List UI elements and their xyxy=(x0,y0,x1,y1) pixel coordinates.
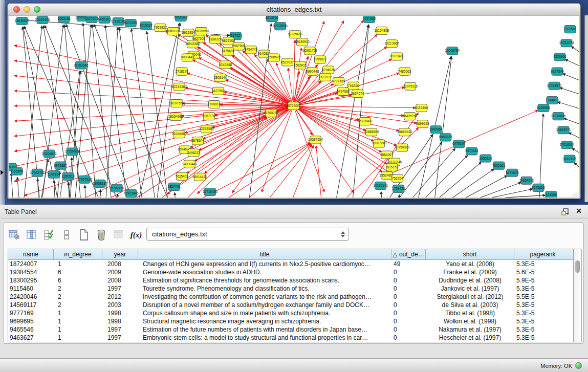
column-header-title[interactable]: title xyxy=(138,249,391,259)
graph-node[interactable]: 20691406 xyxy=(35,16,50,24)
graph-node[interactable]: 14136141 xyxy=(373,182,388,189)
select-rows-icon[interactable] xyxy=(59,228,74,242)
graph-node[interactable]: 9242848 xyxy=(219,61,232,69)
graph-node[interactable]: 2087682 xyxy=(363,16,376,23)
graph-node[interactable]: 1145194 xyxy=(48,170,60,178)
graph-node[interactable]: 12213363 xyxy=(172,83,187,91)
graph-node[interactable]: 9857791 xyxy=(168,183,181,190)
graph-node[interactable]: 8427552 xyxy=(212,87,225,95)
graph-node[interactable]: 18107554 xyxy=(169,99,184,107)
graph-node[interactable]: 8878344 xyxy=(191,137,205,145)
graph-node[interactable]: 9474444 xyxy=(465,147,478,155)
network-canvas[interactable]: 1403557220691406206315510653287152760264… xyxy=(9,16,579,198)
graph-node[interactable]: 8522037 xyxy=(281,58,294,66)
graph-node[interactable]: 7625402 xyxy=(176,172,189,180)
graph-node[interactable]: 9227349 xyxy=(551,68,564,75)
graph-node[interactable]: 1527602 xyxy=(85,16,98,23)
table-row[interactable]: 1830029562008Estimation of significance … xyxy=(8,276,573,285)
graph-node[interactable]: 3475685 xyxy=(222,48,235,55)
table-row[interactable]: 911546021997Tourette syndrome. Phenomeno… xyxy=(8,285,573,293)
graph-node[interactable]: 1615152 xyxy=(385,163,399,171)
column-header-name[interactable]: name xyxy=(8,249,54,259)
graph-node[interactable]: 6497568 xyxy=(337,87,350,95)
graph-node[interactable]: 8990448 xyxy=(306,68,319,75)
graph-node[interactable]: 12325419 xyxy=(288,31,302,38)
graph-node[interactable]: 7615527 xyxy=(140,22,153,30)
column-header-short[interactable]: short xyxy=(426,249,514,259)
graph-node[interactable]: 13958187 xyxy=(93,180,107,187)
graph-node[interactable]: 19384554 xyxy=(308,136,323,144)
graph-node[interactable]: 2063155 xyxy=(57,16,71,23)
graph-node[interactable]: 2588520 xyxy=(268,54,281,61)
graph-node[interactable]: 20153346 xyxy=(74,61,89,69)
graph-node[interactable]: 9884067 xyxy=(380,151,394,159)
graph-node[interactable]: 10688609 xyxy=(364,128,379,136)
panel-expand-arrow-icon[interactable] xyxy=(1,170,4,175)
zoom-window-icon[interactable] xyxy=(34,6,40,13)
graph-node[interactable]: 1640954 xyxy=(429,126,443,134)
graph-node[interactable]: 17957223 xyxy=(77,176,92,183)
select-all-icon[interactable] xyxy=(42,228,56,242)
graph-node[interactable]: 18640910 xyxy=(295,38,310,46)
graph-node[interactable]: 15692071 xyxy=(556,126,571,134)
graph-node[interactable]: 1562615 xyxy=(294,61,307,69)
graph-node[interactable]: 9975887 xyxy=(54,162,67,169)
graph-node[interactable]: 9329966 xyxy=(553,53,567,61)
graph-node[interactable]: 12213967 xyxy=(384,40,399,48)
graph-node[interactable]: 9671355 xyxy=(124,19,138,27)
float-panel-icon[interactable] xyxy=(561,208,570,216)
graph-node[interactable]: 8860128 xyxy=(167,28,180,35)
graph-node[interactable]: 1621072 xyxy=(319,73,332,81)
table-row[interactable]: 946554611997Estimation of the future num… xyxy=(8,325,573,334)
graph-node[interactable]: 16543382 xyxy=(185,40,200,48)
graph-node[interactable]: 8186328 xyxy=(209,36,222,43)
minimize-window-icon[interactable] xyxy=(24,6,30,13)
create-table-icon[interactable] xyxy=(77,228,91,242)
show-columns-icon[interactable] xyxy=(25,228,39,242)
memory-status[interactable]: Memory: OK xyxy=(540,359,582,372)
graph-node[interactable]: 1156869 xyxy=(11,167,24,175)
graph-node[interactable]: 9699695 xyxy=(416,120,429,128)
table-row[interactable]: 977716911998Corpus callosum shape and si… xyxy=(8,309,573,317)
graph-node[interactable]: 12923446 xyxy=(124,189,139,197)
column-header-year[interactable]: year xyxy=(102,249,138,259)
graph-node[interactable]: 746266 xyxy=(348,82,359,90)
graph-node[interactable]: 8215958 xyxy=(537,104,550,112)
graph-node[interactable]: 18495758 xyxy=(402,113,417,120)
graph-node[interactable]: 752254 xyxy=(392,174,403,182)
graph-node[interactable]: 19654923 xyxy=(397,128,412,136)
graph-node[interactable]: 8267130 xyxy=(203,113,216,120)
graph-node[interactable]: 28226058 xyxy=(194,28,209,35)
graph-node[interactable]: 7955812 xyxy=(314,56,327,63)
graph-node[interactable]: 17359924 xyxy=(65,148,80,156)
graph-node[interactable]: 8813054 xyxy=(266,16,279,22)
graph-node[interactable]: 16210645 xyxy=(551,113,565,120)
graph-node[interactable]: 6794028 xyxy=(322,66,335,74)
graph-node[interactable]: 19654982 xyxy=(168,113,183,121)
graph-node[interactable]: 8471676 xyxy=(506,169,519,177)
resize-grip[interactable] xyxy=(572,190,579,197)
graph-node[interactable]: 1753426 xyxy=(392,185,405,192)
graph-node[interactable]: 2803144 xyxy=(214,74,227,81)
scrollbar-thumb[interactable] xyxy=(575,260,580,273)
graph-node[interactable]: 7632621 xyxy=(492,162,506,169)
graph-node[interactable]: 14035572 xyxy=(15,17,30,25)
graph-node[interactable]: 3624574 xyxy=(351,90,364,97)
graph-node[interactable]: 16961758 xyxy=(302,47,317,55)
graph-node[interactable]: 12942757 xyxy=(30,169,45,177)
close-window-icon[interactable] xyxy=(13,6,20,13)
graph-node[interactable]: 16782759 xyxy=(110,184,124,192)
graph-node[interactable]: 19756928 xyxy=(395,144,409,151)
graph-node[interactable]: 1350513 xyxy=(61,172,75,180)
graph-node[interactable]: 9115460 xyxy=(415,104,428,112)
graph-node[interactable]: 9890443 xyxy=(181,54,194,61)
graph-node[interactable]: 14099449 xyxy=(182,160,197,168)
table-row[interactable]: 1456911722003Disruption of a novel membe… xyxy=(8,301,573,309)
close-panel-icon[interactable]: ✕ xyxy=(576,207,582,215)
vertical-scrollbar[interactable] xyxy=(574,249,582,342)
graph-node[interactable]: 17016514 xyxy=(560,141,575,149)
graph-node[interactable]: 15718485 xyxy=(203,188,217,195)
graph-node[interactable]: 2718176 xyxy=(176,68,189,75)
graph-node[interactable]: 12975115 xyxy=(403,82,418,90)
table-row[interactable]: 2242004622012Investigating the contribut… xyxy=(8,293,573,301)
